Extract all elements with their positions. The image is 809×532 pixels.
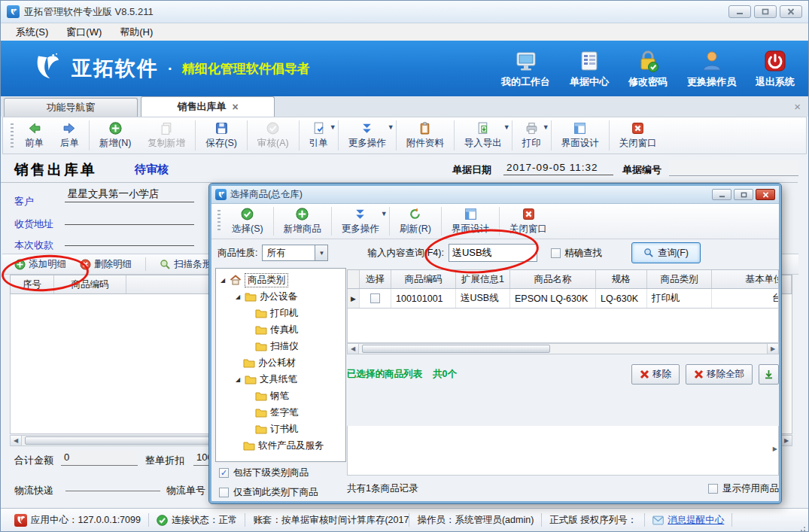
print-button[interactable]: 打印 ▼ xyxy=(514,117,549,154)
add-icon xyxy=(108,121,123,135)
tab-nav-window[interactable]: 功能导航窗 xyxy=(4,98,138,117)
tab-sales-outbound[interactable]: 销售出库单 × xyxy=(141,96,275,117)
order-number-field[interactable] xyxy=(669,160,798,176)
date-field[interactable]: 2017-09-05 11:32 xyxy=(503,162,613,175)
form-header: 销售出库单 待审核 单据日期 2017-09-05 11:32 单据编号 xyxy=(1,154,798,183)
mini-scroll-arrow[interactable]: ▶ xyxy=(773,445,777,452)
status-message-center[interactable]: 消息提醒中心 xyxy=(645,513,732,527)
menu-window[interactable]: 窗口(W) xyxy=(57,23,111,41)
more-actions-button[interactable]: 更多操作 ▼ xyxy=(340,117,394,154)
maximize-button[interactable] xyxy=(754,5,777,18)
dialog-right-panel: 选择 商品编码 扩展信息1 商品名称 规格 商品类别 基本单位 ▶ 100101… xyxy=(347,266,779,500)
tab-close-icon[interactable]: × xyxy=(232,101,238,113)
minimize-button[interactable] xyxy=(728,5,751,18)
next-order-button[interactable]: 后单 xyxy=(52,117,87,154)
tree-item[interactable]: ◢ 文具纸笔 xyxy=(216,371,345,388)
scroll-right-arrow[interactable]: ▶ xyxy=(780,436,792,445)
exit-system-button[interactable]: 退出系统 xyxy=(756,49,795,89)
only-category-checkbox[interactable] xyxy=(219,488,229,497)
tree-root[interactable]: ◢ 商品类别 xyxy=(216,272,345,288)
connection-ok-icon xyxy=(157,515,168,526)
address-field[interactable] xyxy=(65,210,194,225)
products-hscrollbar[interactable]: ◀ ▶ xyxy=(347,343,779,354)
payment-label: 本次收款 xyxy=(14,239,53,252)
export-selected-button[interactable] xyxy=(759,364,779,385)
select-button[interactable]: 选择(S) xyxy=(224,204,272,239)
customer-field[interactable]: 星星文具第一小学店 xyxy=(65,187,194,202)
show-disabled-checkbox[interactable] xyxy=(708,484,718,494)
import-export-button[interactable]: 导入导出 ▼ xyxy=(456,117,510,154)
row-select-checkbox[interactable] xyxy=(370,293,380,303)
menu-system[interactable]: 系统(S) xyxy=(7,23,57,41)
save-icon xyxy=(214,121,229,135)
status-app-center: 应用中心：127.0.0.1:7099 xyxy=(7,513,149,527)
tree-item[interactable]: ◢ 办公设备 xyxy=(216,288,345,305)
doc-check-icon xyxy=(312,121,326,135)
tree-item[interactable]: 打印机 xyxy=(216,305,345,321)
exact-search-checkbox[interactable] xyxy=(551,248,561,258)
include-sub-checkbox[interactable]: ✓ xyxy=(219,468,229,478)
search-button[interactable]: 查询(F) xyxy=(631,242,701,263)
refresh-button[interactable]: 刷新(R) xyxy=(391,204,439,239)
select-arrow-icon[interactable]: ▼ xyxy=(315,245,327,260)
document-center-button[interactable]: 单据中心 xyxy=(570,49,609,89)
ui-design-button[interactable]: 界面设计 xyxy=(553,117,607,154)
tree-item[interactable]: 办公耗材 xyxy=(216,354,345,371)
close-window-button[interactable]: 关闭窗口 xyxy=(611,117,665,154)
dialog-title: 选择商品(总仓库) xyxy=(230,188,303,201)
dialog-minimize-button[interactable] xyxy=(712,189,731,200)
scroll-left-arrow[interactable]: ◀ xyxy=(11,436,22,445)
selected-count: 共0个 xyxy=(433,368,457,381)
main-toolbar: 前单 后单 新增(N) 复制新增 保存(S) 审核(A) 引单 ▼ xyxy=(2,117,807,154)
logistics-field[interactable] xyxy=(65,476,160,491)
only-category-checkbox-row[interactable]: 仅查询此类别下商品 xyxy=(219,486,318,499)
dialog-maximize-button[interactable] xyxy=(734,189,753,200)
new-button[interactable]: 新增(N) xyxy=(91,117,139,154)
discount-field[interactable]: 100 xyxy=(193,451,208,466)
tree-item[interactable]: 传真机 xyxy=(216,321,345,338)
attachments-button[interactable]: 附件资料 xyxy=(398,117,452,154)
show-disabled-row[interactable]: 显示停用商品 xyxy=(708,482,779,495)
scroll-left-arrow[interactable]: ◀ xyxy=(348,344,359,354)
category-tree: ◢ 商品类别 ◢ 办公设备 打印机 传真机 xyxy=(215,268,346,462)
pull-order-button[interactable]: 引单 ▼ xyxy=(301,117,336,154)
documents-icon xyxy=(577,49,601,73)
scroll-thumb[interactable] xyxy=(362,345,550,353)
tabstrip-close-icon[interactable]: × xyxy=(794,100,801,113)
product-row[interactable]: ▶ 100101001 送USB线 EPSON LQ-630K LQ-630K … xyxy=(347,289,779,309)
new-product-button[interactable]: 新增商品 xyxy=(275,204,330,239)
prev-order-button[interactable]: 前单 xyxy=(17,117,52,154)
scroll-right-arrow[interactable]: ▶ xyxy=(767,344,778,354)
tree-item[interactable]: 订书机 xyxy=(216,421,345,437)
red-x-icon xyxy=(694,369,704,379)
audit-button: 审核(A) xyxy=(249,117,297,154)
menu-help[interactable]: 帮助(H) xyxy=(111,23,162,41)
tree-item[interactable]: 软件产品及服务 xyxy=(216,437,345,454)
expander-icon[interactable]: ◢ xyxy=(234,376,242,383)
remove-button[interactable]: 移除 xyxy=(631,364,680,385)
brand-separator: · xyxy=(168,60,173,78)
tree-item[interactable]: 钢笔 xyxy=(216,388,345,404)
change-password-button[interactable]: 修改密码 xyxy=(628,49,668,89)
expander-icon[interactable]: ◢ xyxy=(219,277,227,284)
save-button[interactable]: 保存(S) xyxy=(197,117,245,154)
include-sub-checkbox-row[interactable]: ✓ 包括下级类别商品 xyxy=(219,467,309,479)
close-button[interactable] xyxy=(780,5,802,18)
dialog-close-button[interactable] xyxy=(756,189,775,200)
remove-all-button[interactable]: 移除全部 xyxy=(686,364,753,385)
nature-select[interactable]: 所有 ▼ xyxy=(262,245,328,261)
switch-operator-button[interactable]: 更换操作员 xyxy=(687,49,736,89)
address-label: 收货地址 xyxy=(14,217,53,231)
record-count: 共有1条商品记录 xyxy=(347,482,418,495)
close-red-icon xyxy=(522,207,536,221)
resize-grip[interactable] xyxy=(804,527,805,528)
workstation-button[interactable]: 我的工作台 xyxy=(501,49,550,89)
dialog-more-actions-button[interactable]: 更多操作 ▼ xyxy=(333,204,388,239)
dialog-logo-icon xyxy=(215,189,227,200)
status-license: 正式版 授权序列号： xyxy=(542,513,645,527)
tree-item[interactable]: 扫描仪 xyxy=(216,338,345,354)
payment-field[interactable] xyxy=(65,231,194,246)
tree-item[interactable]: 签字笔 xyxy=(216,404,345,421)
check-circle-green-icon xyxy=(240,207,254,221)
expander-icon[interactable]: ◢ xyxy=(234,293,242,300)
